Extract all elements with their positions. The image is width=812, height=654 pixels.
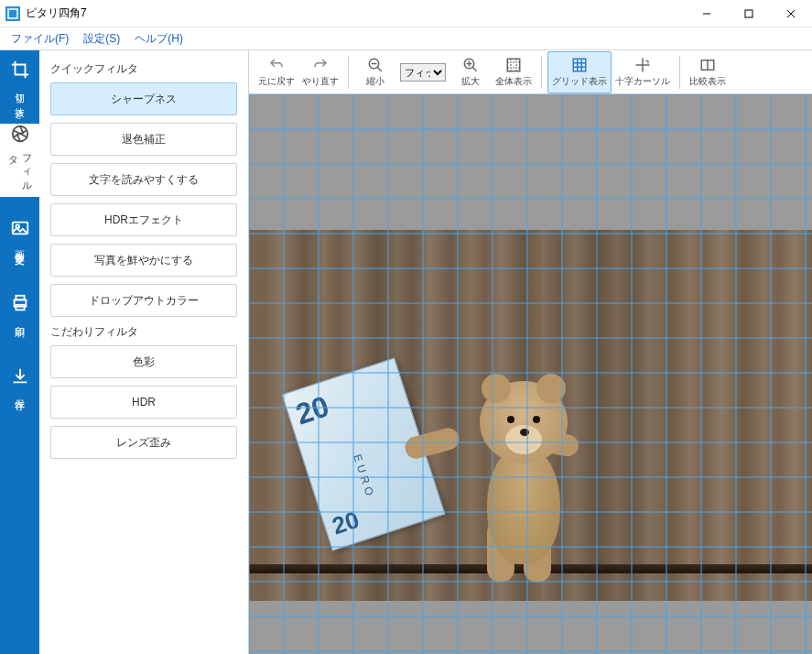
rail-crop[interactable]: 切り抜き [0, 50, 39, 124]
crosshair-icon [633, 56, 652, 74]
left-rail: 切り抜き フィルタ 画像変更 印刷 保存 [0, 50, 39, 654]
rail-image-change[interactable]: 画像変更 [0, 197, 39, 270]
zoom-out-icon [366, 56, 384, 74]
menu-help[interactable]: ヘルプ(H) [127, 29, 190, 49]
menu-file[interactable]: ファイル(F) [4, 29, 76, 49]
undo-button[interactable]: 元に戻す [254, 51, 298, 93]
main-area: 切り抜き フィルタ 画像変更 印刷 保存 クイックフィルタ シャープネス 退色補… [0, 50, 812, 654]
redo-icon [311, 56, 330, 74]
svg-rect-19 [573, 59, 586, 71]
filter-lens-distortion[interactable]: レンズ歪み [50, 426, 237, 459]
filter-hdr-effect[interactable]: HDRエフェクト [50, 203, 237, 236]
teddy-bear [432, 308, 597, 564]
separator [679, 56, 680, 89]
zoom-out-button[interactable]: 縮小 [354, 51, 396, 93]
banknote-value-bottom: 20 [329, 506, 363, 540]
rail-filter[interactable]: フィルタ [0, 124, 39, 197]
grid-button[interactable]: グリッド表示 [547, 51, 612, 93]
toolbar: 元に戻す やり直す 縮小 フィット 拡大 全体表示 [249, 50, 812, 94]
cross-cursor-button[interactable]: 十字カーソル [612, 51, 674, 93]
fit-icon [504, 56, 523, 74]
svg-line-15 [472, 67, 477, 71]
close-button[interactable] [770, 0, 812, 27]
detail-filter-title: こだわりフィルタ [50, 324, 237, 340]
filter-vivid[interactable]: 写真を鮮やかにする [50, 244, 237, 277]
compare-icon [698, 56, 717, 74]
zoom-in-icon [461, 56, 480, 74]
minimize-button[interactable] [686, 0, 728, 27]
separator [541, 56, 542, 89]
canvas-area: 元に戻す やり直す 縮小 フィット 拡大 全体表示 [249, 50, 812, 654]
maximize-button[interactable] [728, 0, 770, 27]
app-icon [5, 6, 20, 21]
redo-button[interactable]: やり直す [298, 51, 342, 93]
window-title: ピタリ四角7 [26, 5, 87, 21]
rail-print[interactable]: 印刷 [0, 270, 39, 343]
svg-rect-18 [507, 59, 520, 71]
zoom-dropdown[interactable]: フィット [400, 63, 446, 82]
menu-settings[interactable]: 設定(S) [76, 29, 127, 49]
filter-panel: クイックフィルタ シャープネス 退色補正 文字を読みやすくする HDRエフェクト… [39, 50, 249, 654]
filter-text-readable[interactable]: 文字を読みやすくする [50, 163, 237, 196]
banknote-value-top: 20 [292, 389, 333, 431]
separator [348, 56, 349, 89]
titlebar: ピタリ四角7 [0, 0, 812, 27]
image-icon [9, 217, 31, 239]
filter-color[interactable]: 色彩 [50, 345, 237, 378]
svg-line-12 [377, 67, 382, 71]
aperture-icon [9, 124, 31, 144]
banknote-currency: EURO [351, 452, 377, 501]
window-controls [686, 0, 812, 27]
filter-sharpness[interactable]: シャープネス [50, 82, 237, 115]
svg-rect-10 [16, 305, 24, 311]
image-viewport[interactable]: 20 EURO 20 [249, 94, 812, 654]
compare-button[interactable]: 比較表示 [686, 51, 730, 93]
svg-rect-9 [16, 296, 24, 300]
zoom-select: フィット [396, 51, 449, 93]
fit-all-button[interactable]: 全体表示 [492, 51, 536, 93]
filter-dropout-color[interactable]: ドロップアウトカラー [50, 284, 237, 317]
undo-icon [267, 56, 286, 74]
crop-icon [9, 59, 31, 81]
download-icon [9, 365, 31, 387]
svg-rect-2 [745, 10, 752, 17]
filter-hdr[interactable]: HDR [50, 386, 237, 419]
printer-icon [9, 292, 31, 314]
quick-filter-title: クイックフィルタ [50, 61, 237, 77]
image-content: 20 EURO 20 [249, 230, 812, 601]
filter-fade-correction[interactable]: 退色補正 [50, 123, 237, 156]
zoom-in-button[interactable]: 拡大 [449, 51, 492, 93]
grid-icon [570, 56, 589, 74]
rail-save[interactable]: 保存 [0, 343, 39, 417]
svg-rect-0 [8, 9, 17, 18]
menubar: ファイル(F) 設定(S) ヘルプ(H) [0, 27, 812, 50]
